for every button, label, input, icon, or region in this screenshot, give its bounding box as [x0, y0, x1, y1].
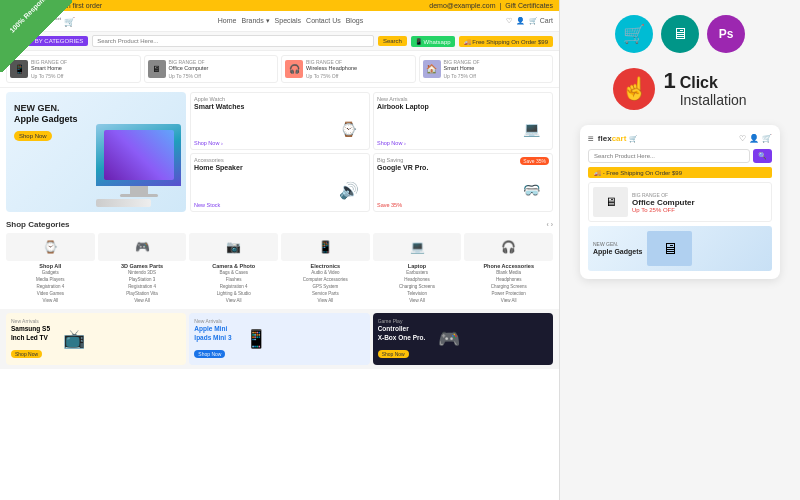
install-section: ☝ 1 Click Installation — [613, 68, 746, 110]
mob-search: 🔍 — [588, 149, 772, 163]
nav-specials[interactable]: Specials — [275, 17, 301, 25]
grid-item-1: New Arrivals Airbook Laptop Shop Now › 💻 — [373, 92, 553, 151]
website-mockup: 100% Responsive Get 5% cashback on first… — [0, 0, 560, 500]
nav-brands[interactable]: Brands ▾ — [241, 17, 269, 25]
section-nav-arrows[interactable]: ‹ › — [546, 221, 553, 228]
mob-logo-highlight: cart — [612, 134, 627, 143]
monitor-base — [120, 194, 158, 197]
promo-img-1: 📱 — [236, 321, 276, 356]
range-icon-3: 🏠 — [423, 60, 441, 78]
promo-text-0: New Arrivals Samsung S5Inch Led TV Shop … — [11, 318, 50, 360]
promo-btn-1[interactable]: Shop Now — [194, 350, 225, 358]
cart-header-icon[interactable]: 🛒 Cart — [529, 17, 553, 25]
hero-title: NEW GEN. — [14, 102, 178, 115]
cat-img-5: 🎧 — [464, 233, 553, 261]
user-icon[interactable]: 👤 — [516, 17, 525, 25]
promo-text-2: Game Play ControllerX-Box One Pro. Shop … — [378, 318, 426, 360]
promo-img-0: 📺 — [54, 321, 94, 356]
search-input[interactable] — [92, 35, 374, 47]
promo-item-2: Game Play ControllerX-Box One Pro. Shop … — [373, 313, 553, 365]
cat-item-1: 🎮 3D Games Parts Nintendo 3DSPlayStation… — [98, 233, 187, 305]
top-icons: 🛒 🖥 Ps — [615, 15, 745, 53]
promo-img-2: 🎮 — [429, 321, 469, 356]
main-container: 100% Responsive Get 5% cashback on first… — [0, 0, 800, 500]
grid-item-img-2: 🔊 — [331, 173, 366, 208]
mob-logo-cart-icon: 🛒 — [629, 135, 638, 142]
grid-item-link-2[interactable]: New Stock — [194, 202, 220, 208]
promo-btn-2[interactable]: Shop Now — [378, 350, 409, 358]
promo-item-0: New Arrivals Samsung S5Inch Led TV Shop … — [6, 313, 186, 365]
header-icons: ♡ 👤 🛒 Cart — [506, 17, 553, 25]
range-item-text-2: BIG RANGE OF Wireless Headphone Up To 75… — [306, 59, 357, 79]
range-item-1: 🖥 BIG RANGE OF Office Computer Up To 75%… — [144, 55, 279, 83]
categories-row: ⌚ Shop All GadgetsMedia PlayersRegistrat… — [6, 233, 553, 305]
hero-section: NEW GEN. Apple Gadgets Shop Now Apple Wa… — [0, 88, 559, 216]
grid-item-link-0[interactable]: Shop Now › — [194, 140, 223, 146]
mob-logo: flexcart 🛒 — [598, 134, 638, 143]
monitor-stand — [130, 186, 148, 194]
install-click-label: Click — [680, 74, 747, 92]
monitor-circle-icon: 🖥 — [661, 15, 699, 53]
hero-shop-now-button[interactable]: Shop Now — [14, 131, 52, 141]
promo-btn-0[interactable]: Shop Now — [11, 350, 42, 358]
mob-hero-image: 🖥 — [647, 231, 692, 266]
nav-contact[interactable]: Contact Us — [306, 17, 341, 25]
cart-icon-symbol: 🛒 — [623, 23, 645, 45]
mob-search-input[interactable] — [588, 149, 750, 163]
mob-search-button[interactable]: 🔍 — [753, 149, 772, 163]
shop-categories: Shop Categories ‹ › ⌚ Shop All GadgetsMe… — [0, 216, 559, 309]
free-shipping-banner: 🚚 Free Shipping On Order $99 — [459, 36, 553, 47]
mob-promo: 🖥 BIG RANGE OF Office Computer Up To 25%… — [588, 182, 772, 222]
hero-left: NEW GEN. Apple Gadgets Shop Now — [6, 92, 186, 212]
promo-text-1: New Arrivals Apple MiniIpads Mini 3 Shop… — [194, 318, 231, 360]
navigation: Home Brands ▾ Specials Contact Us Blogs — [81, 17, 500, 25]
cat-img-3: 📱 — [281, 233, 370, 261]
nav-home[interactable]: Home — [218, 17, 237, 25]
ps-circle-icon: Ps — [707, 15, 745, 53]
whatsapp-button[interactable]: 📱 Whatsapp — [411, 36, 455, 47]
touch-icon: ☝ — [621, 76, 648, 102]
section-title-text: Shop Categories — [6, 220, 70, 229]
cat-item-4: 💻 Laptop EarbustersHeadphonesCharging Sc… — [373, 233, 462, 305]
right-panel: 🛒 🖥 Ps ☝ 1 Click Installation — [560, 0, 800, 500]
range-item-3: 🏠 BIG RANGE OF Smart Home Up To 75% Off — [419, 55, 554, 83]
mobile-mockup: ≡ flexcart 🛒 ♡ 👤 🛒 🔍 🚚 - Free Shipping O… — [580, 125, 780, 279]
cat-item-0: ⌚ Shop All GadgetsMedia PlayersRegistrat… — [6, 233, 95, 305]
mob-wishlist-icon: ♡ — [739, 134, 746, 143]
hero-grid: Apple Watch Smart Watches Shop Now › ⌚ N… — [190, 92, 553, 212]
monitor-screen-content — [104, 130, 174, 180]
mob-cart-icon: 🛒 — [762, 134, 772, 143]
grid-item-link-3[interactable]: Save 35% — [377, 202, 402, 208]
wishlist-icon[interactable]: ♡ — [506, 17, 512, 25]
grid-item-img-3: 🥽 — [514, 173, 549, 208]
range-icon-1: 🖥 — [148, 60, 166, 78]
cat-img-4: 💻 — [373, 233, 462, 261]
keyboard — [96, 199, 151, 207]
responsive-badge: 100% Responsive — [0, 0, 70, 70]
promo-row: New Arrivals Samsung S5Inch Led TV Shop … — [0, 309, 559, 369]
install-text: 1 Click Installation — [663, 70, 746, 108]
install-installation-label: Installation — [680, 92, 747, 108]
promo-item-1: New Arrivals Apple MiniIpads Mini 3 Shop… — [189, 313, 369, 365]
top-bar: Get 5% cashback on first order demo@exam… — [0, 0, 559, 11]
mob-header-icons: ♡ 👤 🛒 — [739, 134, 772, 143]
search-button[interactable]: Search — [378, 36, 407, 46]
range-item-2: 🎧 BIG RANGE OF Wireless Headphone Up To … — [281, 55, 416, 83]
grid-item-2: Accessories Home Speaker New Stock 🔊 — [190, 153, 370, 212]
grid-item-0: Apple Watch Smart Watches Shop Now › ⌚ — [190, 92, 370, 151]
mob-promo-image: 🖥 — [593, 187, 628, 217]
grid-item-badge-3: Save 35% — [520, 157, 549, 165]
cat-item-3: 📱 Electronics Audio & VideoComputer Acce… — [281, 233, 370, 305]
mob-header: ≡ flexcart 🛒 ♡ 👤 🛒 — [588, 133, 772, 144]
header: flexcart Market 🛒 Home Brands ▾ Specials… — [0, 11, 559, 32]
topbar-right: demo@example.com | Gift Certificates — [429, 2, 553, 9]
mob-menu-icon: ≡ — [588, 133, 594, 144]
grid-item-img-0: ⌚ — [331, 111, 366, 146]
search-bar: ≡ SHOP BY CATEGORIES Search 📱 Whatsapp 🚚… — [0, 32, 559, 51]
grid-item-img-1: 💻 — [514, 111, 549, 146]
nav-blogs[interactable]: Blogs — [346, 17, 364, 25]
cat-img-2: 📷 — [189, 233, 278, 261]
mob-free-shipping: 🚚 - Free Shipping On Order $99 — [588, 167, 772, 178]
grid-item-link-1[interactable]: Shop Now › — [377, 140, 406, 146]
mob-hero-text-container: NEW GEN. Apple Gadgets — [593, 241, 642, 257]
